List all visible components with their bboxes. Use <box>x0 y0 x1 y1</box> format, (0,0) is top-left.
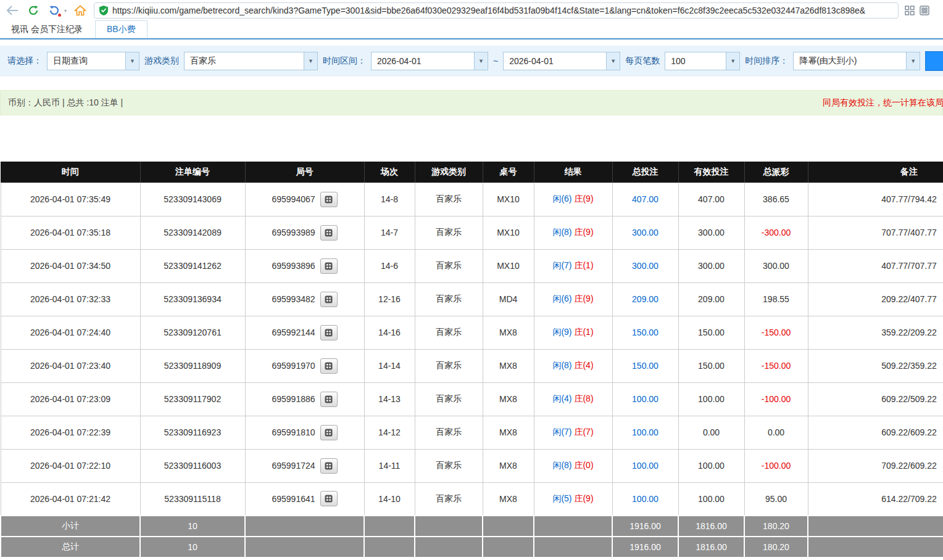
chevron-down-icon[interactable]: ▼ <box>906 52 920 70</box>
cell-bet-id: 523309115118 <box>140 482 245 516</box>
total-bet-link[interactable]: 150.00 <box>632 361 658 371</box>
result-player: 闲(6) <box>552 294 571 303</box>
footer-cell: 180.20 <box>744 537 808 558</box>
result-player: 闲(8) <box>552 460 571 470</box>
cell-time: 2026-04-01 07:22:39 <box>1 416 140 449</box>
cell-remark: 509.22/359.22 <box>808 349 943 382</box>
cell-bet-id: 523309136934 <box>140 282 245 316</box>
cell-remark: 209.22/407.77 <box>808 282 943 316</box>
result-player: 闲(8) <box>552 227 571 237</box>
cell-game-type: 百家乐 <box>415 449 483 482</box>
video-replay-button[interactable] <box>320 425 338 440</box>
total-bet-link[interactable]: 300.00 <box>632 228 658 237</box>
video-replay-button[interactable] <box>320 458 338 474</box>
footer-cell: 总计 <box>1 537 140 558</box>
cell-session: 14-11 <box>364 449 415 482</box>
cell-session: 14-12 <box>364 416 415 449</box>
back-icon[interactable] <box>5 3 20 18</box>
video-replay-icon <box>325 329 333 337</box>
chevron-down-icon[interactable]: ▼ <box>474 52 488 70</box>
url-bar[interactable]: https://kiqiiu.com/game/betrecord_search… <box>94 2 899 19</box>
total-bet-link[interactable]: 100.00 <box>632 461 658 471</box>
page-size-select[interactable]: 100 ▼ <box>665 52 740 70</box>
footer-cell: 10 <box>140 516 245 537</box>
cell-table-no: MX10 <box>483 216 534 249</box>
cell-table-no: MX8 <box>483 316 534 349</box>
cell-game-type: 百家乐 <box>415 183 483 216</box>
total-bet-link[interactable]: 300.00 <box>632 261 658 271</box>
undo-icon[interactable] <box>47 3 62 18</box>
date-from-select[interactable]: 2026-04-01 ▼ <box>371 52 488 70</box>
chevron-down-icon[interactable]: ▼ <box>606 52 620 70</box>
cell-table-no: MD4 <box>483 282 534 316</box>
total-bet-link[interactable]: 209.00 <box>632 294 658 304</box>
cell-remark: 609.22/609.22 <box>808 416 943 449</box>
payout-value: -300.00 <box>762 228 791 237</box>
result-player: 闲(4) <box>552 393 571 403</box>
cell-game-type: 百家乐 <box>415 316 483 349</box>
video-replay-button[interactable] <box>320 325 338 340</box>
apps-grid-icon[interactable] <box>905 6 915 15</box>
video-replay-button[interactable] <box>320 258 338 274</box>
chevron-down-icon[interactable]: ▼ <box>304 52 317 70</box>
cell-session: 14-7 <box>364 216 415 249</box>
footer-cell: 1916.00 <box>612 537 678 558</box>
tab-video-bet-records[interactable]: 视讯 会员下注纪录 <box>5 21 89 38</box>
cell-total-bet: 100.00 <box>612 382 678 416</box>
cell-result: 闲(8) 庄(4) <box>534 349 612 382</box>
url-text[interactable]: https://kiqiiu.com/game/betrecord_search… <box>112 6 893 15</box>
result-banker: 庄(1) <box>574 260 593 270</box>
home-icon[interactable] <box>73 3 88 18</box>
cell-game-type: 百家乐 <box>415 216 483 249</box>
cell-valid-bet: 150.00 <box>678 316 744 349</box>
column-header: 有效投注 <box>678 162 744 183</box>
chevron-down-icon[interactable]: ▼ <box>726 52 739 70</box>
footer-cell <box>534 516 612 537</box>
sort-select[interactable]: 降幂(由大到小) ▼ <box>793 52 920 70</box>
cell-table-no: MX8 <box>483 382 534 416</box>
total-bet-link[interactable]: 407.00 <box>632 194 658 204</box>
total-bet-link[interactable]: 150.00 <box>632 327 658 337</box>
cell-session: 12-16 <box>364 282 415 316</box>
video-replay-button[interactable] <box>320 491 338 506</box>
video-replay-button[interactable] <box>320 392 338 407</box>
search-button[interactable] <box>925 51 943 71</box>
footer-cell: 1816.00 <box>678 516 744 537</box>
cell-result: 闲(7) 庄(1) <box>534 249 612 282</box>
date-to-select[interactable]: 2026-04-01 ▼ <box>503 52 620 70</box>
refresh-icon[interactable] <box>26 3 41 18</box>
result-player: 闲(6) <box>552 194 571 204</box>
footer-cell: 1916.00 <box>612 516 678 537</box>
video-replay-button[interactable] <box>320 192 338 207</box>
total-bet-link[interactable]: 100.00 <box>632 394 658 404</box>
cell-time: 2026-04-01 07:23:09 <box>1 382 140 416</box>
chevron-down-icon[interactable]: ▼ <box>125 52 139 70</box>
cell-result: 闲(8) 庄(9) <box>534 216 612 249</box>
cell-game-type: 百家乐 <box>415 382 483 416</box>
date-from-value: 2026-04-01 <box>372 52 474 70</box>
result-player: 闲(7) <box>552 427 571 437</box>
cell-payout: 300.00 <box>744 249 808 282</box>
date-mode-select[interactable]: 日期查询 ▼ <box>47 52 139 70</box>
result-banker: 庄(9) <box>574 194 593 204</box>
total-bet-link[interactable]: 100.00 <box>632 427 658 437</box>
cell-table-no: MX8 <box>483 449 534 482</box>
cell-bet-id: 523309142089 <box>140 216 245 249</box>
cell-total-bet: 100.00 <box>612 482 678 516</box>
bet-records-table: 时间注单编号局号场次游戏类别桌号结果总投注有效投注总派彩备注 2026-04-0… <box>0 162 943 558</box>
video-replay-button[interactable] <box>320 225 338 241</box>
bet-records-section: 时间注单编号局号场次游戏类别桌号结果总投注有效投注总派彩备注 2026-04-0… <box>0 162 943 558</box>
video-replay-button[interactable] <box>320 292 338 307</box>
bet-record-row: 2026-04-01 07:35:49523309143069695994067… <box>1 183 943 216</box>
game-type-select[interactable]: 百家乐 ▼ <box>184 52 318 70</box>
cell-remark: 407.77/707.77 <box>808 249 943 282</box>
video-replay-icon <box>325 429 333 437</box>
cell-time: 2026-04-01 07:22:10 <box>1 449 140 482</box>
extensions-icon[interactable] <box>920 6 929 15</box>
cell-payout: -150.00 <box>744 316 808 349</box>
chevron-down-icon[interactable]: ▾ <box>64 8 67 14</box>
tab-bb-tips[interactable]: BB小费 <box>95 20 147 38</box>
total-bet-link[interactable]: 100.00 <box>632 494 658 504</box>
video-replay-button[interactable] <box>320 358 338 374</box>
cell-session: 14-10 <box>364 482 415 516</box>
